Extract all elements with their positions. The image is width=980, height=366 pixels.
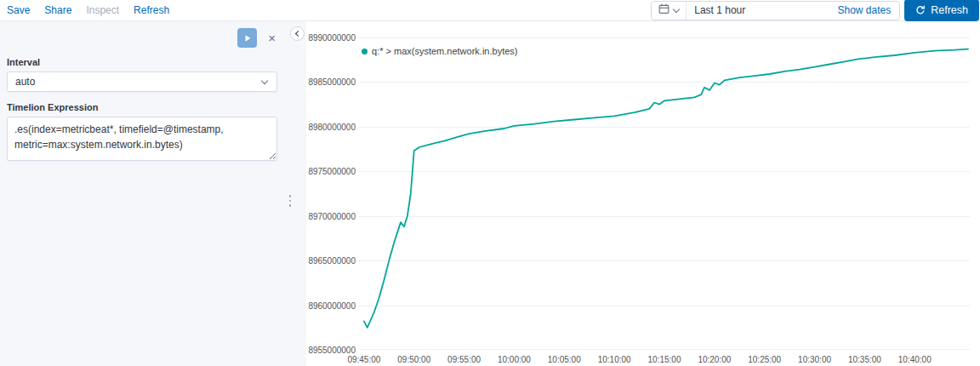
series-line xyxy=(364,49,968,328)
x-tick-label: 09:50:00 xyxy=(397,355,430,364)
x-tick-label: 10:30:00 xyxy=(798,355,831,364)
refresh-button[interactable]: Refresh xyxy=(904,0,979,21)
timelion-chart-panel: q:* > max(system.network.in.bytes) 89900… xyxy=(306,21,980,366)
refresh-icon xyxy=(915,5,926,15)
interval-label: Interval xyxy=(7,57,277,67)
x-tick-label: 10:10:00 xyxy=(598,355,631,364)
timelion-expression-input[interactable]: .es(index=metricbeat*, timefield=@timest… xyxy=(7,117,277,161)
panel-resize-handle[interactable] xyxy=(286,190,294,212)
y-tick-label: 8990000000 xyxy=(308,33,356,43)
plot-area[interactable] xyxy=(359,37,970,350)
y-tick-label: 8975000000 xyxy=(308,167,356,176)
y-tick-label: 8965000000 xyxy=(308,256,356,266)
expression-panel: × Interval auto Timelion Expression .es(… xyxy=(0,21,284,366)
x-tick-label: 10:15:00 xyxy=(648,355,681,364)
show-dates-button[interactable]: Show dates xyxy=(838,4,900,16)
inspect-button[interactable]: Inspect xyxy=(86,4,119,16)
y-tick-label: 8985000000 xyxy=(308,77,356,87)
y-axis-labels: 8990000000898500000089800000008975000000… xyxy=(306,37,356,350)
time-picker-group: Last 1 hour Show dates Refresh xyxy=(651,0,980,21)
save-button[interactable]: Save xyxy=(7,4,30,16)
calendar-icon xyxy=(658,3,669,17)
expression-field: Timelion Expression .es(index=metricbeat… xyxy=(7,102,277,161)
interval-selected-value: auto xyxy=(15,76,35,88)
app-action-links: Save Share Inspect Refresh xyxy=(7,4,169,16)
chevron-down-icon xyxy=(261,77,268,84)
expression-label: Timelion Expression xyxy=(7,102,277,112)
x-tick-label: 09:45:00 xyxy=(347,355,380,364)
y-tick-label: 8960000000 xyxy=(308,300,356,310)
y-tick-label: 8955000000 xyxy=(308,346,356,355)
x-tick-label: 10:35:00 xyxy=(848,355,881,364)
play-button[interactable] xyxy=(237,28,257,48)
super-date-picker: Last 1 hour Show dates xyxy=(651,1,900,20)
close-icon[interactable]: × xyxy=(266,31,277,44)
share-button[interactable]: Share xyxy=(44,4,71,16)
x-tick-label: 10:40:00 xyxy=(898,355,932,364)
collapse-panel-button[interactable] xyxy=(290,26,305,41)
x-tick-label: 10:05:00 xyxy=(548,355,581,364)
top-bar: Save Share Inspect Refresh Last 1 hour S… xyxy=(0,0,980,21)
time-range-value[interactable]: Last 1 hour xyxy=(687,4,837,16)
play-icon xyxy=(243,34,252,43)
y-tick-label: 8970000000 xyxy=(308,211,356,220)
y-tick-label: 8980000000 xyxy=(308,122,356,131)
x-tick-label: 10:25:00 xyxy=(748,355,781,364)
refresh-button-label: Refresh xyxy=(931,4,968,16)
interval-select[interactable]: auto xyxy=(7,71,277,92)
editor-sidebar: × Interval auto Timelion Expression .es(… xyxy=(0,21,306,366)
x-tick-label: 09:55:00 xyxy=(447,355,481,364)
x-tick-label: 10:20:00 xyxy=(698,355,731,364)
panel-toolbar: × xyxy=(7,28,277,48)
x-axis-labels: 09:45:0009:50:0009:55:0010:00:0010:05:00… xyxy=(359,355,970,366)
interval-field: Interval auto xyxy=(7,57,277,92)
chevron-down-icon xyxy=(673,5,680,12)
refresh-link[interactable]: Refresh xyxy=(134,4,169,16)
date-picker-calendar-button[interactable] xyxy=(652,2,687,20)
arrow-left-icon xyxy=(295,31,301,37)
series-line-svg xyxy=(359,37,970,350)
x-tick-label: 10:00:00 xyxy=(498,355,531,364)
